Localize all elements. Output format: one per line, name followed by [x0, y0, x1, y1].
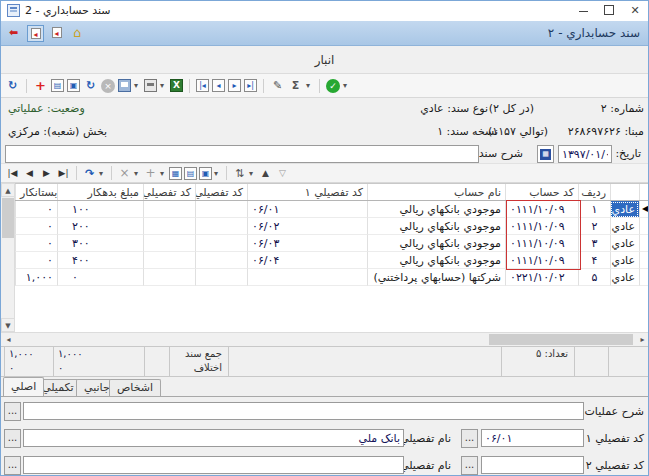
sigma-icon[interactable]: Σ [288, 78, 303, 93]
column-header-debit: مبلغ بدهکار [57, 184, 143, 200]
document-description-input[interactable] [5, 145, 479, 163]
find-icon[interactable]: ▣ [199, 167, 212, 180]
app-icon [7, 4, 20, 17]
operation-description-lookup-button[interactable]: ... [4, 402, 21, 421]
scroll-left-icon[interactable]: ◂ [1, 333, 16, 346]
table-row[interactable]: عادي ۳ ۰۱۱۱/۱۰/۰۹ موجودي بانکهاي ريالي ۰… [15, 235, 649, 252]
date-input[interactable] [558, 145, 612, 163]
preview-icon[interactable]: ▣ [67, 79, 80, 92]
close-button[interactable]: ✕ [622, 1, 648, 21]
first-row-icon[interactable]: |◀ [5, 166, 20, 181]
document-header-title: سند حسابداري - ۲ [548, 26, 640, 40]
add-row-icon[interactable]: + [143, 166, 158, 181]
debit-sum-value: ۱,۰۰۰ [58, 348, 140, 359]
last-row-icon[interactable]: ▶| [56, 166, 71, 181]
detail1-code-input[interactable] [481, 429, 584, 447]
detail1-name-input[interactable] [23, 429, 404, 447]
table-row[interactable]: ◀ عادي ۱ ۰۱۱۱/۱۰/۰۹ موجودي بانکهاي ريالي… [15, 201, 649, 218]
scroll-right-icon[interactable]: ▸ [635, 333, 649, 346]
title-bar[interactable]: سند حسابداري - 2 ✕ [1, 1, 648, 21]
new-document-icon[interactable]: + [33, 78, 48, 93]
credit-totals-cell: ۱,۰۰۰ ۰ [4, 347, 53, 376]
calendar-calculator-button[interactable]: ▦ [537, 145, 554, 163]
exit-icon[interactable]: ⬅ [5, 25, 22, 42]
detail2-code-input[interactable] [481, 456, 584, 474]
approve-dropdown-caret[interactable]: ▾ [343, 78, 350, 93]
credit-sum-value: ۱,۰۰۰ [9, 348, 49, 359]
detail2-code-lookup-button[interactable]: ... [461, 456, 478, 475]
previous-document-nav-icon[interactable]: ◂ [212, 79, 225, 92]
horizontal-scroll-thumb[interactable] [489, 334, 633, 345]
note-icon[interactable]: ▤ [51, 79, 64, 92]
home-icon[interactable]: ⌂ [69, 25, 86, 42]
maximize-button[interactable] [596, 1, 622, 21]
redo-dropdown-caret[interactable]: ▾ [99, 166, 106, 181]
debit-totals-cell: ۱,۰۰۰ ۰ [53, 347, 144, 376]
operation-description-input[interactable] [23, 402, 584, 420]
next-row-icon[interactable]: ▶ [39, 166, 54, 181]
line-detail-panel: شرح عمليات ... کد تفصيلي ۱ ... نام تفصيل… [1, 396, 649, 476]
minimize-button[interactable] [570, 1, 596, 21]
current-row-indicator-icon: ◀ [639, 201, 649, 218]
delete-dropdown-caret[interactable]: ▾ [134, 166, 141, 181]
vertical-scrollbar[interactable]: ▲ ▼ [1, 183, 15, 332]
document-info-area: شماره: ۲ (در کل ۲) نوع سند: عادي وضعيت: … [1, 97, 649, 163]
grid-icon[interactable]: ▦ [169, 167, 182, 180]
detail2-code-label: کد تفصيلي ۲ [586, 459, 644, 472]
version-label: نسخه سند: ۱ [437, 125, 498, 138]
previous-row-icon[interactable]: ◀ [22, 166, 37, 181]
branch-label: بخش (شعبه): مرکزي [8, 125, 107, 138]
switch-view-icon[interactable]: ↻ [5, 78, 20, 93]
window-title: سند حسابداري - 2 [25, 4, 111, 17]
detail2-name-lookup-button[interactable]: ... [4, 456, 21, 475]
redo-icon[interactable]: ↷ [82, 166, 97, 181]
document-total-label: (در کل ۲) [489, 102, 534, 115]
copy-document-icon[interactable]: ◂ [27, 25, 44, 42]
accounting-document-window: سند حسابداري - 2 ✕ سند حسابداري - ۲ ⬅ ◂ … [0, 0, 649, 476]
grid-header-row[interactable]: رديف کد حساب نام حساب کد تفصيلي ۱ کد تفص… [15, 184, 649, 201]
sort-dropdown-caret[interactable]: ▾ [249, 166, 256, 181]
find-dropdown-caret[interactable]: ▾ [214, 166, 221, 181]
cancel-icon[interactable]: × [101, 79, 115, 93]
previous-document-icon[interactable]: ◂ [48, 25, 65, 42]
last-document-icon[interactable]: ▸| [244, 79, 257, 92]
print-dropdown-caret[interactable]: ▾ [160, 78, 167, 93]
credit-diff-value: ۰ [9, 362, 49, 373]
scroll-up-icon[interactable]: ▲ [1, 183, 15, 197]
save-dropdown-caret[interactable]: ▾ [134, 78, 141, 93]
vertical-scroll-thumb[interactable] [2, 198, 14, 238]
next-document-nav-icon[interactable]: ▸ [228, 79, 241, 92]
grid-note-icon[interactable]: ▤ [184, 167, 197, 180]
move-up-icon[interactable]: ▲ [258, 166, 273, 181]
horizontal-scrollbar[interactable]: ◂ ▸ [1, 332, 649, 347]
totals-labels-cell: جمع سند اختلاف [169, 347, 228, 376]
column-header-detail2: کد تفصيلي ۲ [195, 184, 247, 200]
approve-icon[interactable]: ✓ [326, 79, 340, 93]
tab-persons[interactable]: اشخاص [109, 379, 161, 396]
main-toolbar: ↻ + ▤ ▣ ↻ × ▾ ▾ X |◂ ◂ ▸ ▸| ✎ Σ▾ ✓▾ [1, 74, 648, 98]
tab-main[interactable]: اصلي [3, 377, 44, 396]
save-icon[interactable] [118, 79, 131, 92]
delete-row-icon[interactable]: × [117, 166, 132, 181]
table-row[interactable]: عادي ۲ ۰۱۱۱/۱۰/۰۹ موجودي بانکهاي ريالي ۰… [15, 218, 649, 235]
operation-description-label: شرح عمليات [585, 405, 644, 418]
document-type-label: نوع سند: عادي [420, 102, 488, 115]
scroll-down-icon[interactable]: ▼ [1, 318, 15, 332]
excel-export-icon[interactable]: X [170, 79, 183, 92]
detail1-name-lookup-button[interactable]: ... [4, 429, 21, 448]
edit-icon[interactable]: ✎ [270, 78, 285, 93]
refresh-icon[interactable]: ↻ [83, 78, 98, 93]
first-document-icon[interactable]: |◂ [196, 79, 209, 92]
add-dropdown-caret[interactable]: ▾ [160, 166, 167, 181]
row-count-label: تعداد: ۵ [536, 348, 568, 359]
sort-icon[interactable]: ⇅ [232, 166, 247, 181]
grid-toolbar: |◀ ◀ ▶ ▶| ↷▾ ×▾ +▾ ▦ ▤ ▣▾ ⇅▾ ▲ ▽ [1, 163, 648, 183]
detail1-code-lookup-button[interactable]: ... [461, 429, 478, 448]
detail2-name-input[interactable] [23, 456, 404, 474]
table-row[interactable]: عادي ۵ ۰۲۲۱/۱۰/۰۲ شرکتها (حسابهاي پرداخت… [15, 269, 649, 286]
sigma-dropdown-caret[interactable]: ▾ [306, 78, 313, 93]
column-header-credit: مبلغ بستانکار [15, 184, 57, 200]
print-icon[interactable] [144, 79, 157, 92]
document-description-label: شرح سند: [475, 147, 523, 160]
table-row[interactable]: عادي ۴ ۰۱۱۱/۱۰/۰۹ موجودي بانکهاي ريالي ۰… [15, 252, 649, 269]
